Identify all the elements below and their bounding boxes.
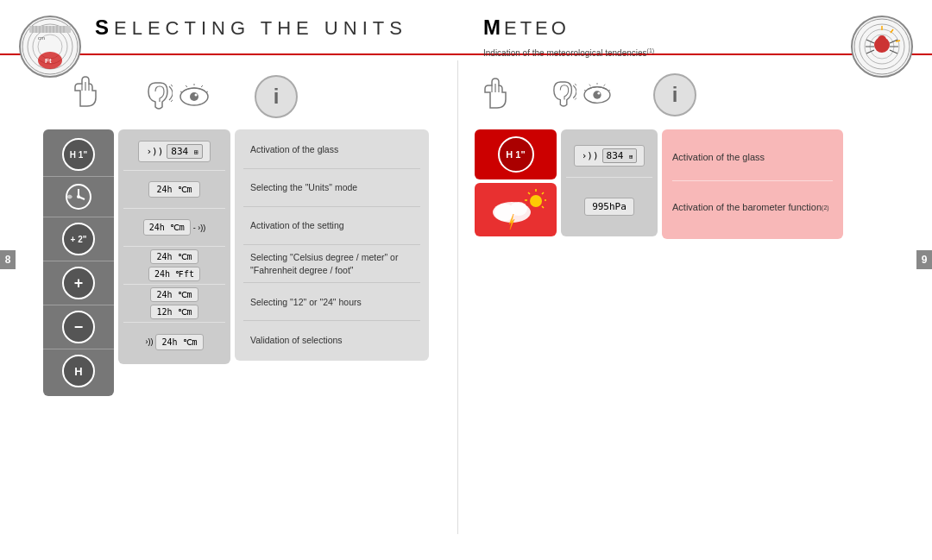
col3-descriptions: Activation of the glass Selecting the "U… <box>235 129 429 361</box>
svg-point-63 <box>530 195 542 207</box>
col1-buttons: H 1" + 2" + <box>43 129 114 396</box>
meteo-desc2: Activation of the barometer function(2) <box>672 181 833 235</box>
display-row3: 24h ℃m - ›)) <box>123 209 225 247</box>
logo-right <box>851 16 913 78</box>
svg-line-58 <box>584 90 586 91</box>
svg-line-65 <box>542 192 544 194</box>
svg-point-37 <box>190 92 198 101</box>
btn-plus2: + 2" <box>43 217 114 261</box>
svg-line-41 <box>206 91 208 92</box>
desc-row5: Selecting "12" or "24" hours <box>243 283 420 321</box>
btn-plus: + <box>43 261 114 305</box>
hand-point-icon-left <box>65 73 104 120</box>
meteo-h1-cell: H 1" <box>475 129 557 179</box>
left-section: SELECTING THE UNITS <box>17 0 449 431</box>
subtitle-sup: (1) <box>647 47 655 53</box>
display-row6: ›)) 24h ℃m <box>123 323 225 361</box>
section-divider <box>457 60 458 534</box>
right-title: METEO <box>483 16 570 40</box>
svg-point-52 <box>593 91 601 98</box>
svg-line-42 <box>186 85 187 87</box>
svg-point-47 <box>77 195 80 198</box>
desc-row2: Selecting the "Units" mode <box>243 169 420 207</box>
desc-row3: Activation of the setting <box>243 207 420 245</box>
title-bold-m: M <box>483 16 504 39</box>
svg-line-68 <box>528 192 530 194</box>
meteo-display2: 995hPa <box>566 178 652 231</box>
desc-row1: Activation of the glass <box>243 131 420 169</box>
left-title: SELECTING THE UNITS <box>95 16 407 40</box>
svg-point-38 <box>195 94 198 97</box>
page-number-left: 8 <box>0 250 16 269</box>
svg-point-23 <box>878 35 886 44</box>
desc-row6: Validation of selections <box>243 321 420 359</box>
meteo-col1: H 1" <box>475 129 557 236</box>
svg-point-61 <box>510 202 527 216</box>
hand-point-icon-right <box>475 75 513 116</box>
title-rest-right: ETEO <box>504 17 570 39</box>
info-icon-left: i <box>255 75 298 118</box>
meteo-subtitle: Indication of the meteorological tendenc… <box>483 47 654 58</box>
svg-point-53 <box>597 92 600 95</box>
svg-line-67 <box>542 206 544 208</box>
meteo-col2: ›)) 834 ⊞ 995hPa <box>561 129 658 236</box>
svg-line-55 <box>603 85 605 86</box>
display-row1: ›)) 834 ⊞ <box>123 133 225 171</box>
info-icon-right: i <box>653 73 696 116</box>
col2-displays: ›)) 834 ⊞ 24h ℃m 24h ℃m - ›)) 24h ℃m 24h… <box>118 129 230 364</box>
btn-h: H <box>43 349 114 393</box>
ear-eye-icon-left <box>147 79 211 114</box>
svg-line-56 <box>608 90 610 91</box>
display-row5: 24h ℃m 12h ℃m <box>123 285 225 323</box>
page-number-right: 9 <box>916 250 932 269</box>
meteo-weather-cell <box>475 183 557 236</box>
svg-line-32 <box>896 41 900 41</box>
svg-line-43 <box>180 91 182 92</box>
desc-row4: Selecting "Celsius degree / meter" or "F… <box>243 245 420 283</box>
meteo-desc2-sup: (2) <box>822 204 829 212</box>
svg-line-40 <box>201 85 203 87</box>
btn-h1: H 1" <box>43 133 114 177</box>
icons-row-left: i <box>65 73 298 120</box>
title-bold-letter: S <box>95 16 114 39</box>
meteo-desc1: Activation of the glass <box>672 134 833 181</box>
btn-clock <box>43 177 114 217</box>
ear-eye-icon-right <box>552 79 614 111</box>
icons-row-right: i <box>475 73 696 116</box>
display-row4: 24h ℃m 24h ℉ft <box>123 247 225 285</box>
meteo-display1: ›)) 834 ⊞ <box>566 135 652 178</box>
meteo-col3: Activation of the glass Activation of th… <box>662 129 843 239</box>
meteo-desc2-text: Activation of the barometer function <box>672 201 822 214</box>
display-row2: 24h ℃m <box>123 171 225 209</box>
subtitle-text: Indication of the meteorological tendenc… <box>483 48 647 58</box>
title-rest: ELECTING THE UNITS <box>114 17 407 39</box>
svg-line-57 <box>589 85 591 86</box>
btn-minus: − <box>43 305 114 349</box>
